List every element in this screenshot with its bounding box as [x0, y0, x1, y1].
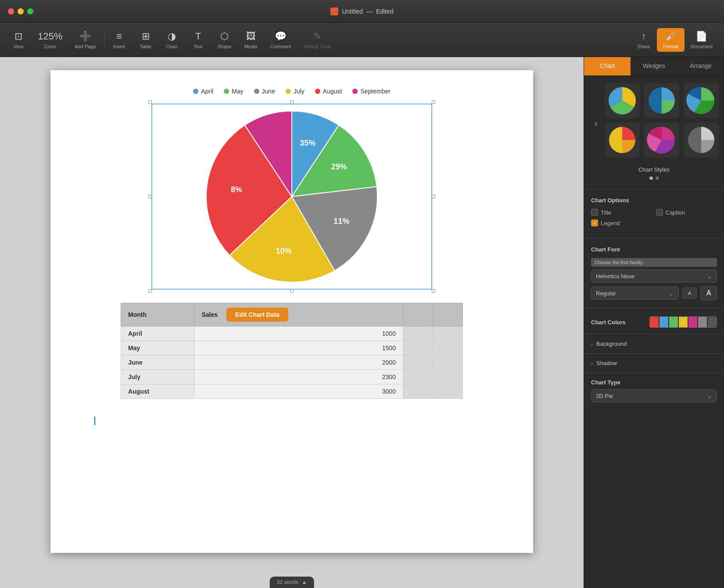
font-family-select[interactable]: Helvetica Neue ⌄ [591, 269, 717, 283]
text-cursor-area [94, 412, 516, 430]
style-thumb-1[interactable] [605, 83, 640, 118]
carousel-next[interactable]: › [722, 116, 724, 130]
data-table-wrapper: Month Sales Edit Chart Data [121, 303, 463, 399]
tab-arrange[interactable]: Arrange [677, 57, 724, 75]
view-label: View [13, 44, 24, 49]
swatch-1[interactable] [650, 317, 659, 327]
table-cell-empty-1 [403, 355, 433, 370]
table-cell-empty-1 [403, 326, 433, 341]
style-dot-1[interactable] [649, 176, 653, 180]
toolbar-add-page[interactable]: ➕ Add Page [68, 28, 102, 52]
document-title: Untitled [342, 8, 362, 15]
style-thumb-5[interactable] [644, 122, 679, 158]
color-swatches[interactable] [649, 316, 717, 328]
tab-wedges[interactable]: Wedges [631, 57, 677, 75]
shape-icon: ⬡ [220, 31, 229, 42]
toolbar-insert[interactable]: ≡ Insert [106, 28, 133, 52]
swatch-7[interactable] [708, 317, 717, 327]
table-cell-month: July [121, 370, 194, 384]
handle-tr[interactable] [432, 100, 435, 104]
tab-chart[interactable]: Chart [584, 57, 631, 75]
title-checkbox[interactable] [591, 209, 598, 216]
styles-pagination [591, 176, 717, 180]
legend-item-april: April [193, 88, 213, 95]
view-icon: ⊡ [14, 31, 22, 42]
background-header[interactable]: › Background [591, 341, 717, 347]
swatch-3[interactable] [669, 317, 678, 327]
toolbar-zoom[interactable]: 125% Zoom [32, 28, 68, 52]
handle-bc[interactable] [290, 289, 294, 293]
carousel-prev[interactable]: ‹ [591, 116, 601, 130]
handle-bl[interactable] [148, 289, 152, 293]
toolbar-shape[interactable]: ⬡ Shape [211, 28, 238, 52]
caption-checkbox[interactable] [656, 209, 663, 216]
maximize-button[interactable] [27, 8, 33, 14]
toolbar-document[interactable]: 📄 Document [685, 28, 719, 52]
close-button[interactable] [8, 8, 14, 14]
legend-label-may: May [232, 88, 243, 95]
legend-checkbox[interactable] [591, 219, 598, 226]
edit-chart-data-button[interactable]: Edit Chart Data [226, 308, 288, 322]
sales-header-text: Sales [201, 311, 218, 318]
chart-container[interactable]: .pie-svg{display:none;} [151, 104, 432, 290]
swatch-2[interactable] [659, 317, 668, 327]
comment-label: Comment [270, 44, 291, 49]
toolbar-text[interactable]: T Text [185, 28, 211, 52]
handle-tc[interactable] [290, 100, 294, 104]
word-count-bar[interactable]: 32 words ▲ [270, 577, 314, 588]
table-cell-month: May [121, 341, 194, 355]
data-table: Month Sales Edit Chart Data [121, 303, 463, 399]
minimize-button[interactable] [18, 8, 24, 14]
font-style-select[interactable]: Regular ⌄ [591, 287, 679, 300]
table-cell-month: June [121, 355, 194, 370]
toolbar-view[interactable]: ⊡ View [5, 28, 32, 52]
handle-mr[interactable] [432, 195, 435, 198]
col-header-4 [433, 303, 462, 326]
colors-row: Chart Colors [591, 316, 717, 328]
legend-item-june: June [254, 88, 275, 95]
toolbar-media[interactable]: 🖼 Media [238, 28, 264, 52]
toolbar-table[interactable]: ⊞ Table [133, 28, 159, 52]
chart-type-arrow: ⌄ [707, 392, 712, 399]
swatch-4[interactable] [679, 317, 688, 327]
handle-br[interactable] [432, 289, 435, 293]
toolbar-format[interactable]: 🖌 Format [657, 28, 685, 52]
font-size-increase[interactable]: A [700, 286, 717, 300]
font-size-decrease[interactable]: A [682, 287, 697, 299]
style-thumb-3[interactable] [684, 83, 719, 118]
toolbar-writing-tools: ✎ Writing Tools [297, 28, 337, 52]
style-thumb-4[interactable] [605, 122, 640, 158]
insert-icon: ≡ [116, 31, 122, 42]
toolbar-share[interactable]: ↑ Share [631, 28, 657, 52]
canvas-area[interactable]: April May June July August [0, 57, 584, 588]
chart-colors-section: Chart Colors [584, 310, 724, 334]
chart-type-value: 2D Pie [596, 393, 613, 399]
table-cell-empty-1 [403, 384, 433, 399]
font-tooltip: Choose the font family. [591, 258, 717, 267]
chart-type-select[interactable]: 2D Pie ⌄ [591, 389, 717, 402]
legend-item-august: August [315, 88, 342, 95]
toolbar-comment[interactable]: 💬 Comment [264, 28, 297, 52]
handle-tl[interactable] [148, 100, 152, 104]
option-row-1: Title Caption [591, 209, 717, 216]
shadow-header[interactable]: › Shadow [591, 360, 717, 366]
col-header-month: Month [121, 303, 194, 326]
handle-ml[interactable] [148, 195, 152, 198]
toolbar-sep-1 [104, 31, 104, 49]
table-row: June2000 [121, 355, 463, 370]
legend-label-august: August [323, 88, 342, 95]
swatch-5[interactable] [688, 317, 697, 327]
legend-item-september: September [352, 88, 390, 95]
word-count-text: 32 words [277, 579, 298, 585]
window-controls[interactable] [8, 8, 33, 14]
zoom-value: 125% [38, 31, 62, 42]
pie-canvas[interactable] [156, 104, 428, 289]
table-body: April1000May1500June2000July2300August30… [121, 326, 463, 399]
swatch-6[interactable] [698, 317, 707, 327]
share-label: Share [637, 44, 650, 49]
style-thumb-6[interactable] [684, 122, 719, 158]
toolbar-chart[interactable]: ◑ Chart [159, 28, 185, 52]
legend-checkbox-label: Legend [601, 220, 620, 226]
style-dot-2[interactable] [656, 176, 659, 180]
style-thumb-2[interactable] [644, 83, 679, 118]
